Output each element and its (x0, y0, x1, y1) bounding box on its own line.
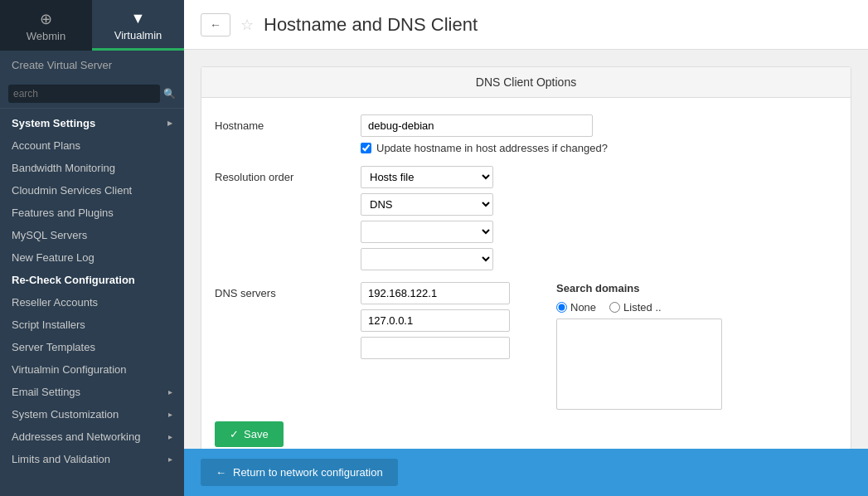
sidebar-item-script-installers[interactable]: Script Installers (0, 314, 184, 336)
back-button[interactable]: ← (201, 13, 230, 36)
hostname-row: Hostname Update hostname in host address… (215, 114, 837, 154)
search-domains-label: Search domains (556, 282, 722, 294)
search-domains-textarea[interactable] (556, 319, 722, 410)
resolution-select-row-1: Hosts file DNS NIS (361, 166, 837, 188)
dns-client-card: DNS Client Options Hostname Update hostn… (201, 66, 851, 449)
save-icon: ✓ (230, 428, 239, 440)
nav-items: Account PlansBandwidth MonitoringCloudmi… (0, 134, 184, 470)
save-button[interactable]: ✓ Save (215, 421, 284, 447)
dns-server-input-3[interactable] (361, 337, 510, 359)
sidebar-item-mysql-servers[interactable]: MySQL Servers (0, 224, 184, 246)
update-hostname-row: Update hostname in host addresses if cha… (361, 142, 837, 154)
page-header: ← ☆ Hostname and DNS Client (184, 0, 868, 50)
tab-virtualmin[interactable]: ▼ Virtualmin (92, 0, 184, 51)
sidebar-item-addresses-and-networking[interactable]: Addresses and Networking▸ (0, 425, 184, 448)
sidebar: ⊕ Webmin ▼ Virtualmin Create Virtual Ser… (0, 0, 184, 496)
sidebar-item-features-and-plugins[interactable]: Features and Plugins (0, 202, 184, 224)
virtualmin-icon: ▼ (92, 10, 184, 27)
sidebar-item-email-settings[interactable]: Email Settings▸ (0, 381, 184, 403)
dns-form: Hostname Update hostname in host address… (201, 98, 851, 449)
sidebar-item-server-templates[interactable]: Server Templates (0, 336, 184, 358)
resolution-select-3[interactable]: Hosts file DNS NIS (361, 221, 493, 243)
create-virtual-server-link[interactable]: Create Virtual Server (0, 51, 184, 80)
search-domains-none-radio[interactable] (556, 302, 567, 313)
sidebar-item-reseller-accounts[interactable]: Reseller Accounts (0, 291, 184, 314)
sidebar-item-cloudmin-services-client[interactable]: Cloudmin Services Client (0, 179, 184, 202)
search-box: 🔍 (0, 80, 184, 109)
resolution-controls: Hosts file DNS NIS Hosts file DNS NIS (361, 166, 837, 270)
hostname-label: Hostname (215, 114, 347, 132)
dns-server-inputs (361, 282, 510, 359)
virtualmin-tab-label: Virtualmin (114, 29, 162, 41)
sidebar-item-account-plans[interactable]: Account Plans (0, 134, 184, 157)
system-settings-label: System Settings (12, 117, 95, 129)
sidebar-item-limits-and-validation[interactable]: Limits and Validation▸ (0, 448, 184, 470)
resolution-order-row: Resolution order Hosts file DNS NIS (215, 166, 837, 270)
webmin-icon: ⊕ (0, 10, 92, 28)
update-hostname-checkbox[interactable] (361, 143, 371, 153)
sidebar-item-new-feature-log[interactable]: New Feature Log (0, 246, 184, 269)
resolution-select-row-4: Hosts file DNS NIS (361, 248, 837, 270)
search-domains-group: Search domains None Listed .. (556, 282, 722, 410)
main-content: ← ☆ Hostname and DNS Client DNS Client O… (184, 0, 868, 496)
return-icon: ← (216, 466, 226, 479)
favorite-icon[interactable]: ☆ (240, 16, 254, 34)
hostname-controls: Update hostname in host addresses if cha… (361, 114, 837, 154)
dns-server-input-1[interactable] (361, 282, 510, 304)
footer-bar: ← Return to network configuration (184, 449, 868, 496)
dns-server-input-2[interactable] (361, 309, 510, 332)
search-domains-listed-label[interactable]: Listed .. (609, 301, 662, 314)
resolution-select-row-3: Hosts file DNS NIS (361, 221, 837, 243)
resolution-order-label: Resolution order (215, 166, 347, 183)
sidebar-item-bandwidth-monitoring[interactable]: Bandwidth Monitoring (0, 157, 184, 179)
resolution-select-4[interactable]: Hosts file DNS NIS (361, 248, 493, 270)
system-settings-arrow-icon: ▸ (167, 118, 172, 129)
search-input[interactable] (8, 85, 160, 103)
sidebar-header: ⊕ Webmin ▼ Virtualmin (0, 0, 184, 51)
save-label: Save (244, 428, 269, 440)
page-title: Hostname and DNS Client (264, 14, 478, 36)
hostname-input[interactable] (361, 114, 593, 137)
resolution-select-2[interactable]: Hosts file DNS NIS (361, 193, 493, 216)
sidebar-item-system-customization[interactable]: System Customization▸ (0, 403, 184, 425)
search-domains-listed-radio[interactable] (609, 302, 620, 313)
sidebar-item-re-check-configuration[interactable]: Re-Check Configuration (0, 269, 184, 291)
search-domains-radio-row: None Listed .. (556, 301, 722, 314)
resolution-select-row-2: Hosts file DNS NIS (361, 193, 837, 216)
return-to-network-button[interactable]: ← Return to network configuration (201, 459, 398, 486)
dns-section-title: DNS Client Options (201, 67, 851, 98)
webmin-tab-label: Webmin (27, 30, 65, 42)
search-icon[interactable]: 🔍 (163, 88, 176, 100)
system-settings-header[interactable]: System Settings ▸ (0, 109, 184, 134)
content-area: DNS Client Options Hostname Update hostn… (184, 50, 868, 449)
tab-webmin[interactable]: ⊕ Webmin (0, 0, 92, 51)
return-label: Return to network configuration (233, 466, 383, 479)
update-hostname-label: Update hostname in host addresses if cha… (376, 142, 608, 154)
sidebar-item-virtualmin-configuration[interactable]: Virtualmin Configuration (0, 358, 184, 381)
search-domains-none-label[interactable]: None (556, 301, 596, 314)
save-row: ✓ Save (215, 421, 837, 447)
dns-servers-label: DNS servers (215, 282, 347, 299)
resolution-select-1[interactable]: Hosts file DNS NIS (361, 166, 493, 188)
dns-servers-row: DNS servers Search domains None (215, 282, 837, 410)
